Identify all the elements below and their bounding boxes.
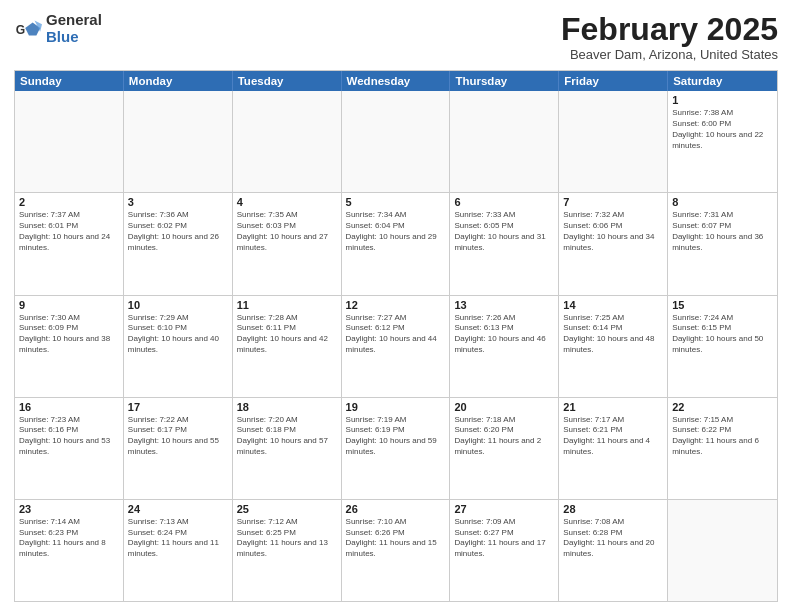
day-info: Sunrise: 7:22 AM Sunset: 6:17 PM Dayligh…	[128, 415, 228, 458]
day-info: Sunrise: 7:18 AM Sunset: 6:20 PM Dayligh…	[454, 415, 554, 458]
title-block: February 2025 Beaver Dam, Arizona, Unite…	[561, 12, 778, 62]
calendar-cell: 2Sunrise: 7:37 AM Sunset: 6:01 PM Daylig…	[15, 193, 124, 294]
logo-blue: Blue	[46, 29, 102, 46]
day-info: Sunrise: 7:38 AM Sunset: 6:00 PM Dayligh…	[672, 108, 773, 151]
day-number: 1	[672, 94, 773, 106]
day-number: 11	[237, 299, 337, 311]
calendar-cell: 10Sunrise: 7:29 AM Sunset: 6:10 PM Dayli…	[124, 296, 233, 397]
day-info: Sunrise: 7:14 AM Sunset: 6:23 PM Dayligh…	[19, 517, 119, 560]
svg-text:G: G	[16, 22, 25, 36]
calendar-header-cell: Monday	[124, 71, 233, 91]
calendar-cell: 22Sunrise: 7:15 AM Sunset: 6:22 PM Dayli…	[668, 398, 777, 499]
day-number: 19	[346, 401, 446, 413]
day-number: 13	[454, 299, 554, 311]
calendar: SundayMondayTuesdayWednesdayThursdayFrid…	[14, 70, 778, 602]
calendar-row: 23Sunrise: 7:14 AM Sunset: 6:23 PM Dayli…	[15, 500, 777, 601]
day-info: Sunrise: 7:32 AM Sunset: 6:06 PM Dayligh…	[563, 210, 663, 253]
day-info: Sunrise: 7:19 AM Sunset: 6:19 PM Dayligh…	[346, 415, 446, 458]
day-number: 18	[237, 401, 337, 413]
calendar-cell: 26Sunrise: 7:10 AM Sunset: 6:26 PM Dayli…	[342, 500, 451, 601]
day-info: Sunrise: 7:09 AM Sunset: 6:27 PM Dayligh…	[454, 517, 554, 560]
day-number: 25	[237, 503, 337, 515]
calendar-header-cell: Saturday	[668, 71, 777, 91]
day-number: 9	[19, 299, 119, 311]
day-number: 22	[672, 401, 773, 413]
calendar-cell: 28Sunrise: 7:08 AM Sunset: 6:28 PM Dayli…	[559, 500, 668, 601]
day-number: 21	[563, 401, 663, 413]
day-number: 4	[237, 196, 337, 208]
calendar-cell: 7Sunrise: 7:32 AM Sunset: 6:06 PM Daylig…	[559, 193, 668, 294]
logo-text: General Blue	[46, 12, 102, 45]
day-info: Sunrise: 7:36 AM Sunset: 6:02 PM Dayligh…	[128, 210, 228, 253]
day-number: 28	[563, 503, 663, 515]
title-main: February 2025	[561, 12, 778, 47]
calendar-cell: 9Sunrise: 7:30 AM Sunset: 6:09 PM Daylig…	[15, 296, 124, 397]
calendar-cell: 25Sunrise: 7:12 AM Sunset: 6:25 PM Dayli…	[233, 500, 342, 601]
day-info: Sunrise: 7:29 AM Sunset: 6:10 PM Dayligh…	[128, 313, 228, 356]
day-info: Sunrise: 7:30 AM Sunset: 6:09 PM Dayligh…	[19, 313, 119, 356]
day-number: 10	[128, 299, 228, 311]
calendar-cell	[450, 91, 559, 192]
day-info: Sunrise: 7:24 AM Sunset: 6:15 PM Dayligh…	[672, 313, 773, 356]
day-number: 5	[346, 196, 446, 208]
day-number: 12	[346, 299, 446, 311]
calendar-cell: 16Sunrise: 7:23 AM Sunset: 6:16 PM Dayli…	[15, 398, 124, 499]
day-info: Sunrise: 7:15 AM Sunset: 6:22 PM Dayligh…	[672, 415, 773, 458]
calendar-cell: 21Sunrise: 7:17 AM Sunset: 6:21 PM Dayli…	[559, 398, 668, 499]
day-info: Sunrise: 7:12 AM Sunset: 6:25 PM Dayligh…	[237, 517, 337, 560]
day-info: Sunrise: 7:10 AM Sunset: 6:26 PM Dayligh…	[346, 517, 446, 560]
calendar-cell: 19Sunrise: 7:19 AM Sunset: 6:19 PM Dayli…	[342, 398, 451, 499]
calendar-cell: 5Sunrise: 7:34 AM Sunset: 6:04 PM Daylig…	[342, 193, 451, 294]
day-info: Sunrise: 7:13 AM Sunset: 6:24 PM Dayligh…	[128, 517, 228, 560]
day-number: 6	[454, 196, 554, 208]
page: G General Blue February 2025 Beaver Dam,…	[0, 0, 792, 612]
calendar-row: 16Sunrise: 7:23 AM Sunset: 6:16 PM Dayli…	[15, 398, 777, 500]
calendar-header-cell: Wednesday	[342, 71, 451, 91]
calendar-cell: 12Sunrise: 7:27 AM Sunset: 6:12 PM Dayli…	[342, 296, 451, 397]
day-info: Sunrise: 7:37 AM Sunset: 6:01 PM Dayligh…	[19, 210, 119, 253]
day-info: Sunrise: 7:31 AM Sunset: 6:07 PM Dayligh…	[672, 210, 773, 253]
day-info: Sunrise: 7:25 AM Sunset: 6:14 PM Dayligh…	[563, 313, 663, 356]
calendar-header-cell: Sunday	[15, 71, 124, 91]
calendar-cell: 23Sunrise: 7:14 AM Sunset: 6:23 PM Dayli…	[15, 500, 124, 601]
calendar-cell: 1Sunrise: 7:38 AM Sunset: 6:00 PM Daylig…	[668, 91, 777, 192]
calendar-cell: 4Sunrise: 7:35 AM Sunset: 6:03 PM Daylig…	[233, 193, 342, 294]
calendar-cell: 8Sunrise: 7:31 AM Sunset: 6:07 PM Daylig…	[668, 193, 777, 294]
day-number: 20	[454, 401, 554, 413]
calendar-cell: 11Sunrise: 7:28 AM Sunset: 6:11 PM Dayli…	[233, 296, 342, 397]
calendar-cell	[233, 91, 342, 192]
day-number: 14	[563, 299, 663, 311]
day-number: 15	[672, 299, 773, 311]
calendar-cell	[124, 91, 233, 192]
day-number: 3	[128, 196, 228, 208]
title-sub: Beaver Dam, Arizona, United States	[561, 47, 778, 62]
day-number: 17	[128, 401, 228, 413]
calendar-row: 1Sunrise: 7:38 AM Sunset: 6:00 PM Daylig…	[15, 91, 777, 193]
day-info: Sunrise: 7:27 AM Sunset: 6:12 PM Dayligh…	[346, 313, 446, 356]
calendar-cell: 15Sunrise: 7:24 AM Sunset: 6:15 PM Dayli…	[668, 296, 777, 397]
day-info: Sunrise: 7:08 AM Sunset: 6:28 PM Dayligh…	[563, 517, 663, 560]
day-info: Sunrise: 7:26 AM Sunset: 6:13 PM Dayligh…	[454, 313, 554, 356]
day-number: 26	[346, 503, 446, 515]
day-number: 24	[128, 503, 228, 515]
calendar-cell: 18Sunrise: 7:20 AM Sunset: 6:18 PM Dayli…	[233, 398, 342, 499]
calendar-body: 1Sunrise: 7:38 AM Sunset: 6:00 PM Daylig…	[15, 91, 777, 601]
calendar-header-cell: Tuesday	[233, 71, 342, 91]
calendar-cell	[559, 91, 668, 192]
calendar-cell	[668, 500, 777, 601]
calendar-cell: 3Sunrise: 7:36 AM Sunset: 6:02 PM Daylig…	[124, 193, 233, 294]
day-info: Sunrise: 7:28 AM Sunset: 6:11 PM Dayligh…	[237, 313, 337, 356]
calendar-header-cell: Friday	[559, 71, 668, 91]
day-info: Sunrise: 7:20 AM Sunset: 6:18 PM Dayligh…	[237, 415, 337, 458]
day-info: Sunrise: 7:23 AM Sunset: 6:16 PM Dayligh…	[19, 415, 119, 458]
calendar-cell: 6Sunrise: 7:33 AM Sunset: 6:05 PM Daylig…	[450, 193, 559, 294]
logo: G General Blue	[14, 12, 102, 45]
day-number: 16	[19, 401, 119, 413]
calendar-row: 2Sunrise: 7:37 AM Sunset: 6:01 PM Daylig…	[15, 193, 777, 295]
day-info: Sunrise: 7:33 AM Sunset: 6:05 PM Dayligh…	[454, 210, 554, 253]
calendar-cell: 14Sunrise: 7:25 AM Sunset: 6:14 PM Dayli…	[559, 296, 668, 397]
calendar-cell: 17Sunrise: 7:22 AM Sunset: 6:17 PM Dayli…	[124, 398, 233, 499]
calendar-header-cell: Thursday	[450, 71, 559, 91]
header: G General Blue February 2025 Beaver Dam,…	[14, 12, 778, 62]
logo-general: General	[46, 12, 102, 29]
